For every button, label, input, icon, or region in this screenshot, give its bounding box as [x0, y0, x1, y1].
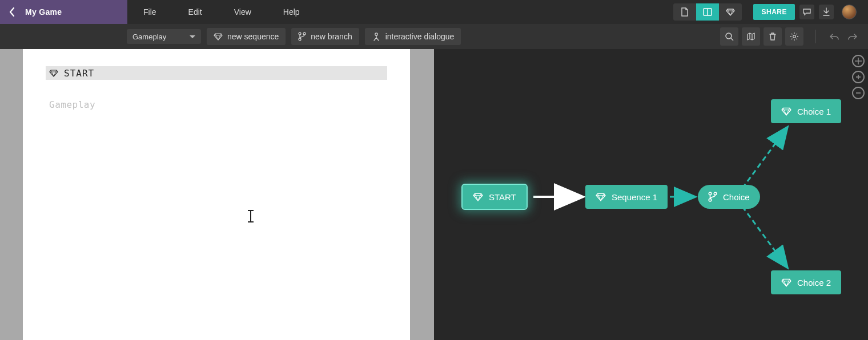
- view-mode-split[interactable]: [696, 3, 719, 21]
- new-branch-label: new branch: [311, 32, 352, 41]
- graph-node-choice1-label: Choice 1: [797, 107, 831, 116]
- svg-point-3: [303, 33, 306, 35]
- diamond-icon: [473, 192, 483, 201]
- svg-point-6: [726, 33, 732, 39]
- menu-help[interactable]: Help: [267, 0, 316, 24]
- svg-point-4: [299, 38, 301, 41]
- search-icon: [725, 32, 734, 41]
- back-button[interactable]: [3, 3, 21, 21]
- menu-view[interactable]: View: [218, 0, 267, 24]
- top-bar: My Game File Edit View Help SHARE: [0, 0, 868, 24]
- undo-button[interactable]: [827, 29, 842, 44]
- graph-node-choice1[interactable]: Choice 1: [771, 99, 841, 123]
- graph-node-sequence1[interactable]: Sequence 1: [585, 185, 668, 209]
- gear-icon: [790, 32, 799, 41]
- diamond-icon: [214, 33, 223, 41]
- menu-file[interactable]: File: [127, 0, 172, 24]
- diamond-icon: [726, 8, 735, 16]
- download-button[interactable]: [819, 5, 834, 19]
- zoom-fit-button[interactable]: [852, 55, 865, 67]
- project-title: My Game: [25, 7, 62, 17]
- crosshair-icon: [855, 58, 862, 64]
- menu-bar: File Edit View Help: [127, 0, 316, 24]
- start-block-label: START: [64, 68, 94, 79]
- redo-icon: [847, 33, 858, 41]
- toolbar-right: [720, 27, 860, 46]
- download-icon: [822, 7, 830, 17]
- diamond-icon: [781, 278, 791, 287]
- view-mode-document[interactable]: [673, 3, 696, 21]
- document-icon: [681, 7, 689, 17]
- branch-icon: [298, 32, 306, 41]
- toolbar-left: Gameplay new sequence new branch interac…: [127, 28, 461, 45]
- sequence-dropdown-value: Gameplay: [132, 33, 166, 41]
- redo-button[interactable]: [845, 29, 860, 44]
- interactive-dialogue-label: interactive dialogue: [385, 32, 455, 41]
- branch-icon: [708, 192, 717, 202]
- map-icon: [746, 32, 756, 41]
- speech-bubble-icon: [802, 8, 811, 16]
- undo-icon: [829, 33, 839, 41]
- graph-node-choice-label: Choice: [723, 192, 750, 202]
- zoom-controls: [852, 55, 865, 99]
- interactive-dialogue-button[interactable]: interactive dialogue: [365, 28, 461, 45]
- zoom-in-button[interactable]: [852, 71, 865, 83]
- svg-line-11: [742, 128, 787, 188]
- chevron-down-icon: [190, 35, 195, 38]
- view-mode-graph[interactable]: [719, 3, 742, 21]
- new-branch-button[interactable]: new branch: [291, 28, 359, 45]
- plus-icon: [855, 74, 861, 80]
- editor-pane: START Gameplay: [0, 49, 434, 340]
- graph-node-choice2[interactable]: Choice 2: [771, 270, 841, 294]
- graph-node-start[interactable]: START: [463, 185, 527, 209]
- graph-node-choice2-label: Choice 2: [797, 278, 831, 288]
- dialogue-icon: [372, 32, 381, 41]
- settings-button[interactable]: [785, 27, 803, 46]
- svg-point-8: [793, 35, 796, 38]
- diamond-icon: [596, 192, 606, 201]
- menu-edit[interactable]: Edit: [172, 0, 218, 24]
- editor-placeholder: Gameplay: [49, 99, 387, 110]
- new-sequence-button[interactable]: new sequence: [207, 28, 286, 45]
- svg-point-14: [714, 192, 717, 195]
- workspace: START Gameplay: [0, 49, 868, 340]
- view-mode-group: [673, 3, 742, 21]
- text-cursor-icon: [250, 210, 251, 222]
- toolbar: Gameplay new sequence new branch interac…: [0, 24, 868, 49]
- share-button[interactable]: SHARE: [753, 4, 795, 20]
- chevron-left-icon: [9, 7, 15, 17]
- start-block[interactable]: START: [46, 66, 387, 80]
- new-sequence-label: new sequence: [227, 32, 279, 41]
- diamond-icon: [781, 107, 791, 116]
- sequence-dropdown[interactable]: Gameplay: [127, 29, 201, 44]
- svg-line-12: [742, 207, 787, 267]
- trash-icon: [769, 32, 777, 41]
- delete-button[interactable]: [763, 27, 782, 46]
- graph-node-choice[interactable]: Choice: [698, 185, 760, 209]
- graph-node-start-label: START: [489, 192, 516, 202]
- script-page[interactable]: START Gameplay: [23, 49, 410, 340]
- minus-icon: [855, 90, 861, 96]
- svg-line-7: [731, 38, 733, 41]
- title-region: My Game: [0, 0, 127, 24]
- svg-point-2: [299, 33, 301, 35]
- graph-pane[interactable]: START Sequence 1 Choice Choice 1 Choice …: [434, 49, 868, 340]
- diamond-icon: [49, 69, 58, 77]
- top-right-cluster: SHARE: [753, 4, 862, 20]
- zoom-out-button[interactable]: [852, 87, 865, 99]
- svg-point-13: [709, 192, 712, 195]
- search-button[interactable]: [720, 27, 738, 46]
- map-button[interactable]: [742, 27, 760, 46]
- comments-button[interactable]: [799, 5, 814, 19]
- split-view-icon: [703, 8, 712, 16]
- divider: [815, 30, 815, 43]
- graph-node-sequence1-label: Sequence 1: [612, 192, 657, 202]
- user-avatar[interactable]: [842, 5, 857, 19]
- svg-point-15: [709, 199, 712, 201]
